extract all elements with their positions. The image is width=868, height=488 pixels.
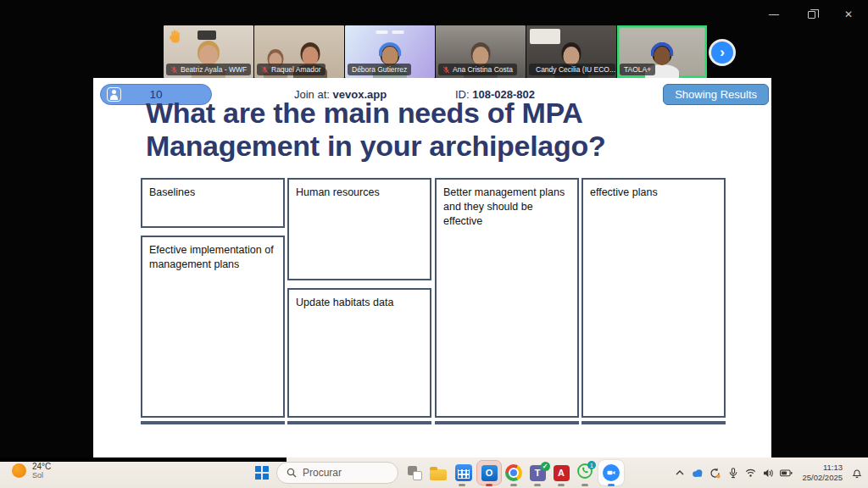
weather-widget[interactable]: 24°C Sol bbox=[12, 462, 51, 480]
microphone-icon bbox=[729, 468, 737, 479]
column-divider-bar bbox=[581, 421, 726, 424]
muted-mic-icon bbox=[170, 66, 178, 74]
minimize-button[interactable]: — bbox=[761, 5, 787, 24]
calendar-button[interactable] bbox=[453, 463, 474, 483]
sync-icon bbox=[709, 468, 721, 479]
file-explorer-icon bbox=[430, 469, 447, 480]
virtual-background-logos bbox=[376, 30, 404, 34]
chrome-icon bbox=[505, 464, 522, 481]
restore-icon bbox=[808, 11, 815, 19]
running-indicator bbox=[581, 484, 588, 486]
participant-name-tag: Débora Gutierrez bbox=[348, 64, 411, 75]
teams-status-badge: ✓ bbox=[541, 462, 550, 471]
running-indicator bbox=[558, 484, 565, 486]
search-placeholder: Procurar bbox=[303, 467, 342, 479]
participant-name-tag: Raquel Amador bbox=[257, 64, 326, 75]
notification-center-button[interactable] bbox=[846, 458, 868, 488]
running-indicator bbox=[608, 484, 615, 486]
acrobat-icon: A bbox=[554, 465, 570, 481]
battery-button[interactable] bbox=[777, 458, 795, 488]
next-participants-button[interactable]: › bbox=[711, 42, 733, 64]
running-indicator bbox=[486, 484, 492, 486]
sun-icon bbox=[12, 463, 26, 478]
task-view-icon bbox=[408, 466, 422, 480]
answer-card: Baselines bbox=[141, 178, 285, 228]
battery-icon bbox=[780, 469, 793, 477]
muted-mic-icon bbox=[442, 66, 450, 74]
answer-card: Human resources bbox=[287, 178, 431, 280]
file-explorer-button[interactable] bbox=[428, 463, 448, 483]
whatsapp-badge: 1 bbox=[587, 461, 596, 469]
search-input[interactable]: Procurar bbox=[276, 462, 398, 484]
chevron-up-icon bbox=[676, 470, 684, 475]
volume-button[interactable] bbox=[760, 458, 777, 488]
headphones bbox=[379, 42, 402, 56]
participant-tile[interactable]: Débora Gutierrez bbox=[345, 25, 435, 78]
running-indicator bbox=[459, 484, 465, 486]
acrobat-button[interactable]: A bbox=[551, 463, 571, 483]
outlook-icon: O bbox=[481, 465, 498, 481]
column-divider-bar bbox=[287, 421, 431, 424]
onedrive-button[interactable] bbox=[688, 458, 706, 488]
teams-button[interactable]: T✓ bbox=[527, 463, 548, 483]
zoom-app-icon bbox=[603, 464, 620, 481]
answer-card: Update habitats data bbox=[287, 288, 431, 418]
vevox-poll-panel: 10 Join at: vevox.app ID: 108-028-802 Sh… bbox=[93, 78, 771, 458]
clock-time: 11:13 bbox=[802, 463, 843, 473]
participant-name-tag: Ana Cristina Costa bbox=[438, 64, 517, 75]
start-button[interactable] bbox=[255, 466, 269, 480]
participant-name-tag: Candy Cecilia (IU ECO... bbox=[529, 64, 615, 75]
answer-card: Better management plans and they should … bbox=[435, 178, 579, 418]
sync-button[interactable] bbox=[706, 458, 724, 488]
search-icon bbox=[287, 468, 297, 478]
close-button[interactable]: ✕ bbox=[836, 5, 861, 24]
participant-name-tag: Beatriz Ayala - WWF bbox=[166, 64, 251, 75]
window-controls: — ✕ bbox=[761, 5, 861, 24]
whatsapp-button[interactable]: 1 bbox=[575, 463, 595, 483]
weather-temperature: 24°C bbox=[32, 462, 51, 471]
video-strip: Beatriz Ayala - WWF Raquel Amador Débora… bbox=[164, 25, 707, 78]
answer-card: Efective implementation of management pl… bbox=[141, 236, 285, 418]
chrome-button[interactable] bbox=[504, 463, 524, 483]
whatsapp-icon: 1 bbox=[576, 463, 593, 483]
headphones bbox=[651, 42, 674, 56]
calendar-icon bbox=[455, 464, 472, 481]
windows-taskbar: 24°C Sol Procurar O T✓ A 1 bbox=[0, 458, 868, 488]
wifi-button[interactable] bbox=[742, 458, 760, 488]
participant-tile[interactable]: Beatriz Ayala - WWF bbox=[164, 25, 253, 78]
participant-tile[interactable]: Candy Cecilia (IU ECO... bbox=[526, 25, 616, 78]
weather-condition: Sol bbox=[32, 471, 51, 480]
tray-expand-button[interactable] bbox=[670, 458, 688, 488]
notification-bell-icon bbox=[852, 468, 862, 479]
person-icon bbox=[107, 87, 121, 102]
zoom-app-button[interactable] bbox=[598, 460, 624, 485]
clock-date: 25/02/2025 bbox=[802, 473, 843, 483]
window-bottom-edge bbox=[0, 458, 287, 462]
column-divider-bar bbox=[435, 421, 579, 424]
participant-name-tag: TAOLA+ bbox=[620, 64, 655, 75]
task-view-button[interactable] bbox=[404, 463, 425, 483]
system-tray: 11:13 25/02/2025 bbox=[670, 458, 868, 488]
zoom-meeting-window: — ✕ Beatriz Ayala - WWF bbox=[0, 0, 868, 488]
participant-tile[interactable]: Raquel Amador bbox=[254, 25, 344, 78]
running-indicator bbox=[510, 484, 517, 486]
onedrive-cloud-icon bbox=[691, 469, 704, 478]
microphone-button[interactable] bbox=[724, 458, 742, 488]
column-divider-bar bbox=[141, 421, 285, 424]
answer-card: effective plans bbox=[581, 178, 726, 418]
restore-button[interactable] bbox=[798, 5, 824, 24]
participant-tile-active-speaker[interactable]: TAOLA+ bbox=[617, 25, 707, 78]
speaker-icon bbox=[763, 469, 774, 478]
raised-hand-icon bbox=[169, 30, 181, 47]
clock[interactable]: 11:13 25/02/2025 bbox=[802, 463, 843, 483]
outlook-button[interactable]: O bbox=[476, 460, 502, 485]
teams-icon: T✓ bbox=[530, 465, 546, 481]
muted-mic-icon bbox=[261, 66, 269, 74]
participant-tile[interactable]: Ana Cristina Costa bbox=[436, 25, 526, 78]
running-indicator bbox=[534, 484, 541, 486]
wifi-icon bbox=[745, 469, 756, 477]
poll-question: What are the main needs of MPA Managemen… bbox=[146, 97, 688, 164]
